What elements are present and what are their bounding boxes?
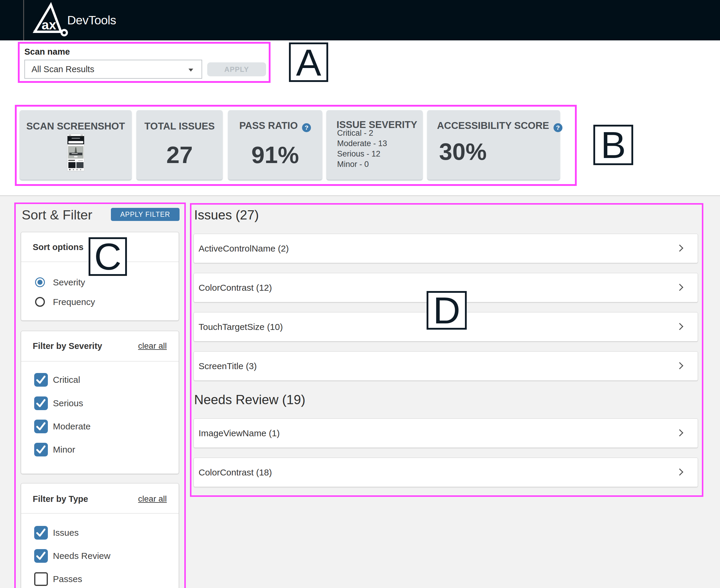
filter-severity-divider xyxy=(21,361,179,361)
chevron-right-icon xyxy=(676,468,683,476)
checkbox-critical[interactable] xyxy=(34,373,48,387)
issue-severity-line-minor: Minor - 0 xyxy=(337,160,369,169)
annotation-rect-a xyxy=(18,42,271,83)
review-row-label: ColorContrast (18) xyxy=(199,458,272,487)
card-title-scan-screenshot: SCAN SCREENSHOT xyxy=(20,121,132,132)
chevron-right-icon xyxy=(676,245,683,252)
checkbox-needs-review-label[interactable]: Needs Review xyxy=(53,551,110,561)
checkbox-serious[interactable] xyxy=(34,396,48,410)
summary-card-total-issues: TOTAL ISSUES 27 xyxy=(137,110,223,180)
issue-row-label: TouchTargetSize (10) xyxy=(199,312,283,341)
annotation-label-b: B xyxy=(593,125,633,165)
issue-severity-line-serious: Serious - 12 xyxy=(337,149,381,159)
checkbox-minor-label[interactable]: Minor xyxy=(53,445,75,455)
checkbox-serious-label[interactable]: Serious xyxy=(53,398,83,408)
summary-card-accessibility-score: ACCESSIBILITY SCORE ? 30% xyxy=(427,110,560,180)
checkbox-moderate-label[interactable]: Moderate xyxy=(53,421,91,432)
issue-severity-line-critical: Critical - 2 xyxy=(337,129,373,138)
annotation-label-d: D xyxy=(426,291,467,330)
card-title-accessibility-score: ACCESSIBILITY SCORE xyxy=(437,120,549,131)
issue-severity-line-moderate: Moderate - 13 xyxy=(337,139,387,148)
checkbox-needs-review[interactable] xyxy=(34,549,48,563)
checkbox-passes[interactable] xyxy=(34,572,48,586)
issue-row-label: ColorContrast (12) xyxy=(199,273,272,302)
checkbox-issues[interactable] xyxy=(34,526,48,540)
sort-filter-title: Sort & Filter xyxy=(22,207,93,223)
pass-ratio-value: 91% xyxy=(228,141,322,169)
checkbox-passes-label[interactable]: Passes xyxy=(53,574,82,584)
checkbox-moderate[interactable] xyxy=(34,420,48,433)
pass-ratio-question-icon[interactable]: ? xyxy=(302,123,311,132)
filter-type-title: Filter by Type xyxy=(33,494,88,504)
accessibility-score-question-icon[interactable]: ? xyxy=(554,123,562,132)
issue-row-label: ActiveControlName (2) xyxy=(199,234,289,263)
radio-severity-label[interactable]: Severity xyxy=(53,277,85,287)
radio-frequency[interactable] xyxy=(35,297,45,307)
annotation-label-c: C xyxy=(88,237,127,276)
filter-type-divider xyxy=(21,513,179,513)
summary-card-issue-severity: ISSUE SEVERITY Critical - 2 Moderate - 1… xyxy=(326,110,423,180)
apply-filter-button[interactable]: APPLY FILTER xyxy=(111,208,180,221)
issues-heading: Issues (27) xyxy=(194,208,259,223)
summary-card-pass-ratio: PASS RATIO ? 91% xyxy=(228,110,322,180)
annotation-label-a: A xyxy=(289,42,328,82)
filter-severity-title: Filter by Severity xyxy=(33,341,102,351)
issue-row-screentitle[interactable]: ScreenTitle (3) xyxy=(194,351,698,381)
needs-review-heading: Needs Review (19) xyxy=(194,392,305,407)
page: ax DevTools Scan name All Scan Results A… xyxy=(0,0,720,588)
accessibility-score-value: 30% xyxy=(439,138,487,165)
axe-logo-text: ax xyxy=(42,18,56,32)
filter-type-clear-all[interactable]: clear all xyxy=(138,494,167,504)
app-header: ax DevTools xyxy=(0,0,720,40)
total-issues-value: 27 xyxy=(137,141,223,169)
checkbox-minor[interactable] xyxy=(34,443,48,457)
radio-severity[interactable] xyxy=(35,277,45,287)
review-row-colorcontrast[interactable]: ColorContrast (18) xyxy=(194,458,698,487)
radio-frequency-label[interactable]: Frequency xyxy=(53,297,95,307)
axe-logo: ax xyxy=(0,0,71,40)
checkbox-issues-label[interactable]: Issues xyxy=(53,528,79,538)
checkbox-critical-label[interactable]: Critical xyxy=(53,375,80,385)
card-title-total-issues: TOTAL ISSUES xyxy=(137,121,223,132)
issue-row-label: ScreenTitle (3) xyxy=(199,352,257,380)
chevron-right-icon xyxy=(676,362,683,369)
app-title: DevTools xyxy=(67,0,116,40)
chevron-right-icon xyxy=(676,323,683,330)
chevron-right-icon xyxy=(676,284,683,291)
chevron-right-icon xyxy=(676,429,683,436)
sort-options-title: Sort options xyxy=(33,242,83,252)
filter-severity-clear-all[interactable]: clear all xyxy=(138,341,167,351)
card-title-pass-ratio: PASS RATIO xyxy=(239,120,298,131)
review-row-imageviewname[interactable]: ImageViewName (1) xyxy=(194,418,698,448)
scan-screenshot-thumbnail xyxy=(67,134,84,171)
review-row-label: ImageViewName (1) xyxy=(199,419,280,447)
issue-row-activecontrolname[interactable]: ActiveControlName (2) xyxy=(194,234,698,263)
